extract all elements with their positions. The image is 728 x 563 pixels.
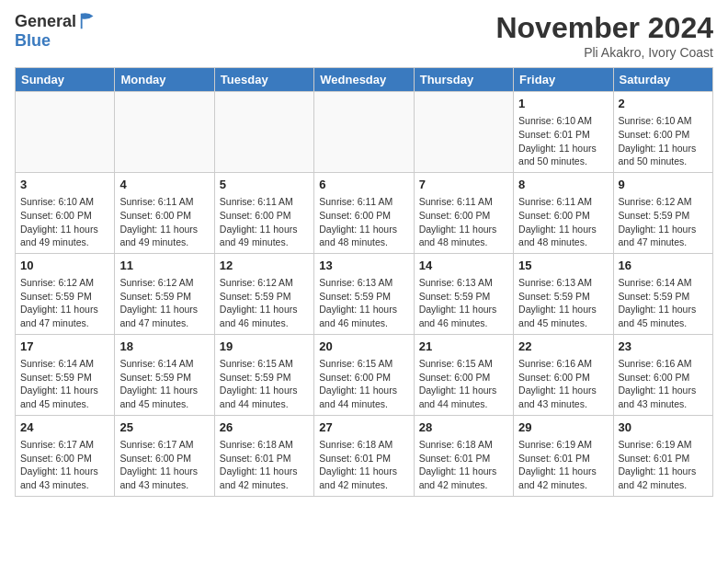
day-info: Sunrise: 6:18 AM Sunset: 6:01 PM Dayligh… [319,438,408,492]
day-number: 27 [319,419,408,436]
day-number: 15 [518,258,608,274]
day-number: 5 [220,177,309,193]
day-info: Sunrise: 6:18 AM Sunset: 6:01 PM Dayligh… [419,438,508,492]
day-number: 22 [518,339,608,355]
calendar-cell: 5Sunrise: 6:11 AM Sunset: 6:00 PM Daylig… [214,172,313,253]
calendar-cell: 14Sunrise: 6:13 AM Sunset: 5:59 PM Dayli… [414,253,513,334]
day-number: 3 [20,177,109,193]
day-number: 14 [419,258,508,274]
day-info: Sunrise: 6:12 AM Sunset: 5:59 PM Dayligh… [20,276,109,330]
month-title: November 2024 [495,11,713,45]
day-info: Sunrise: 6:15 AM Sunset: 5:59 PM Dayligh… [220,357,309,411]
day-info: Sunrise: 6:17 AM Sunset: 6:00 PM Dayligh… [20,438,109,492]
day-info: Sunrise: 6:19 AM Sunset: 6:01 PM Dayligh… [619,438,708,492]
calendar-cell: 19Sunrise: 6:15 AM Sunset: 5:59 PM Dayli… [214,334,313,415]
day-info: Sunrise: 6:12 AM Sunset: 5:59 PM Dayligh… [119,276,209,330]
calendar-cell: 29Sunrise: 6:19 AM Sunset: 6:01 PM Dayli… [514,415,613,496]
calendar-cell: 16Sunrise: 6:14 AM Sunset: 5:59 PM Dayli… [613,253,712,334]
day-number: 30 [619,419,708,436]
calendar-cell [314,92,414,173]
day-info: Sunrise: 6:14 AM Sunset: 5:59 PM Dayligh… [619,276,708,330]
calendar-cell: 17Sunrise: 6:14 AM Sunset: 5:59 PM Dayli… [16,334,115,415]
day-number: 17 [20,339,109,355]
day-number: 29 [518,419,608,436]
day-info: Sunrise: 6:13 AM Sunset: 5:59 PM Dayligh… [518,276,608,330]
day-info: Sunrise: 6:16 AM Sunset: 6:00 PM Dayligh… [518,357,608,411]
calendar-week-row: 24Sunrise: 6:17 AM Sunset: 6:00 PM Dayli… [16,415,713,496]
calendar-cell: 28Sunrise: 6:18 AM Sunset: 6:01 PM Dayli… [414,415,513,496]
day-info: Sunrise: 6:16 AM Sunset: 6:00 PM Dayligh… [619,357,708,411]
calendar-cell [16,92,115,173]
day-number: 4 [119,177,209,193]
calendar-cell: 27Sunrise: 6:18 AM Sunset: 6:01 PM Dayli… [314,415,414,496]
calendar-cell: 2Sunrise: 6:10 AM Sunset: 6:00 PM Daylig… [613,92,712,173]
day-header-thursday: Thursday [414,68,513,92]
calendar-cell: 4Sunrise: 6:11 AM Sunset: 6:00 PM Daylig… [115,172,214,253]
title-block: November 2024 Pli Akakro, Ivory Coast [495,11,713,60]
calendar-cell: 11Sunrise: 6:12 AM Sunset: 5:59 PM Dayli… [115,253,214,334]
calendar-cell: 18Sunrise: 6:14 AM Sunset: 5:59 PM Dayli… [115,334,214,415]
day-info: Sunrise: 6:11 AM Sunset: 6:00 PM Dayligh… [419,195,508,249]
day-info: Sunrise: 6:11 AM Sunset: 6:00 PM Dayligh… [119,195,209,249]
day-info: Sunrise: 6:14 AM Sunset: 5:59 PM Dayligh… [20,357,109,411]
day-number: 8 [518,177,608,193]
day-info: Sunrise: 6:11 AM Sunset: 6:00 PM Dayligh… [220,195,309,249]
calendar-cell: 3Sunrise: 6:10 AM Sunset: 6:00 PM Daylig… [16,172,115,253]
day-number: 6 [319,177,408,193]
calendar-table: SundayMondayTuesdayWednesdayThursdayFrid… [15,67,713,497]
day-info: Sunrise: 6:10 AM Sunset: 6:00 PM Dayligh… [20,195,109,249]
day-info: Sunrise: 6:11 AM Sunset: 6:00 PM Dayligh… [319,195,408,249]
day-number: 2 [619,96,708,112]
day-number: 20 [319,339,408,355]
calendar-cell: 30Sunrise: 6:19 AM Sunset: 6:01 PM Dayli… [613,415,712,496]
day-info: Sunrise: 6:18 AM Sunset: 6:01 PM Dayligh… [220,438,309,492]
day-number: 1 [518,96,608,112]
calendar-cell: 23Sunrise: 6:16 AM Sunset: 6:00 PM Dayli… [613,334,712,415]
calendar-week-row: 17Sunrise: 6:14 AM Sunset: 5:59 PM Dayli… [16,334,713,415]
calendar-week-row: 1Sunrise: 6:10 AM Sunset: 6:01 PM Daylig… [16,92,713,173]
day-info: Sunrise: 6:15 AM Sunset: 6:00 PM Dayligh… [419,357,508,411]
day-header-sunday: Sunday [16,68,115,92]
calendar-cell: 25Sunrise: 6:17 AM Sunset: 6:00 PM Dayli… [115,415,214,496]
calendar-header-row: SundayMondayTuesdayWednesdayThursdayFrid… [16,68,713,92]
calendar-cell: 1Sunrise: 6:10 AM Sunset: 6:01 PM Daylig… [514,92,613,173]
day-number: 18 [119,339,209,355]
logo-flag-icon [78,11,98,31]
day-info: Sunrise: 6:14 AM Sunset: 5:59 PM Dayligh… [119,357,209,411]
day-number: 21 [419,339,508,355]
day-header-monday: Monday [115,68,214,92]
calendar-cell: 10Sunrise: 6:12 AM Sunset: 5:59 PM Dayli… [16,253,115,334]
calendar-cell: 24Sunrise: 6:17 AM Sunset: 6:00 PM Dayli… [16,415,115,496]
calendar-cell: 13Sunrise: 6:13 AM Sunset: 5:59 PM Dayli… [314,253,414,334]
calendar-cell [115,92,214,173]
location: Pli Akakro, Ivory Coast [495,45,713,60]
logo: General Blue [15,11,98,51]
day-number: 26 [220,419,309,436]
logo-general-text: General [15,12,76,31]
day-header-tuesday: Tuesday [214,68,313,92]
calendar-cell: 6Sunrise: 6:11 AM Sunset: 6:00 PM Daylig… [314,172,414,253]
day-info: Sunrise: 6:12 AM Sunset: 5:59 PM Dayligh… [220,276,309,330]
day-number: 7 [419,177,508,193]
day-header-saturday: Saturday [613,68,712,92]
day-info: Sunrise: 6:13 AM Sunset: 5:59 PM Dayligh… [419,276,508,330]
day-info: Sunrise: 6:19 AM Sunset: 6:01 PM Dayligh… [518,438,608,492]
calendar-cell: 8Sunrise: 6:11 AM Sunset: 6:00 PM Daylig… [514,172,613,253]
day-number: 25 [119,419,209,436]
calendar-cell: 15Sunrise: 6:13 AM Sunset: 5:59 PM Dayli… [514,253,613,334]
day-number: 10 [20,258,109,274]
day-info: Sunrise: 6:17 AM Sunset: 6:00 PM Dayligh… [119,438,209,492]
calendar-week-row: 10Sunrise: 6:12 AM Sunset: 5:59 PM Dayli… [16,253,713,334]
day-info: Sunrise: 6:12 AM Sunset: 5:59 PM Dayligh… [619,195,708,249]
day-number: 16 [619,258,708,274]
day-number: 23 [619,339,708,355]
day-number: 12 [220,258,309,274]
day-info: Sunrise: 6:10 AM Sunset: 6:01 PM Dayligh… [518,114,608,168]
day-number: 9 [619,177,708,193]
day-number: 11 [119,258,209,274]
day-info: Sunrise: 6:15 AM Sunset: 6:00 PM Dayligh… [319,357,408,411]
calendar-week-row: 3Sunrise: 6:10 AM Sunset: 6:00 PM Daylig… [16,172,713,253]
calendar-cell: 22Sunrise: 6:16 AM Sunset: 6:00 PM Dayli… [514,334,613,415]
calendar-wrap: SundayMondayTuesdayWednesdayThursdayFrid… [0,67,728,504]
day-number: 13 [319,258,408,274]
